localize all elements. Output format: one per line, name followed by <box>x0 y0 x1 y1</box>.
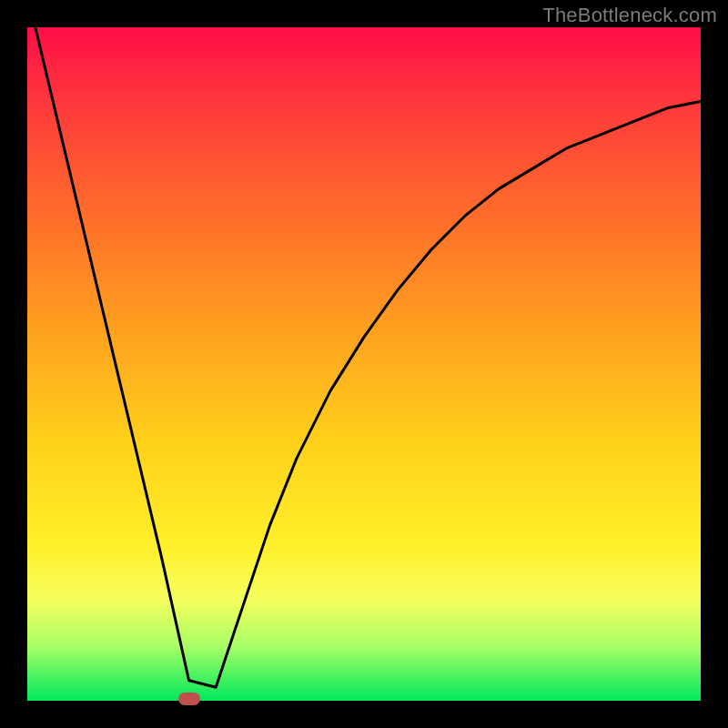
plot-area <box>27 27 701 701</box>
optimum-marker <box>178 693 200 705</box>
attribution-text: TheBottleneck.com <box>542 4 717 27</box>
chart-frame: TheBottleneck.com <box>0 0 728 728</box>
bottleneck-curve <box>27 27 701 701</box>
